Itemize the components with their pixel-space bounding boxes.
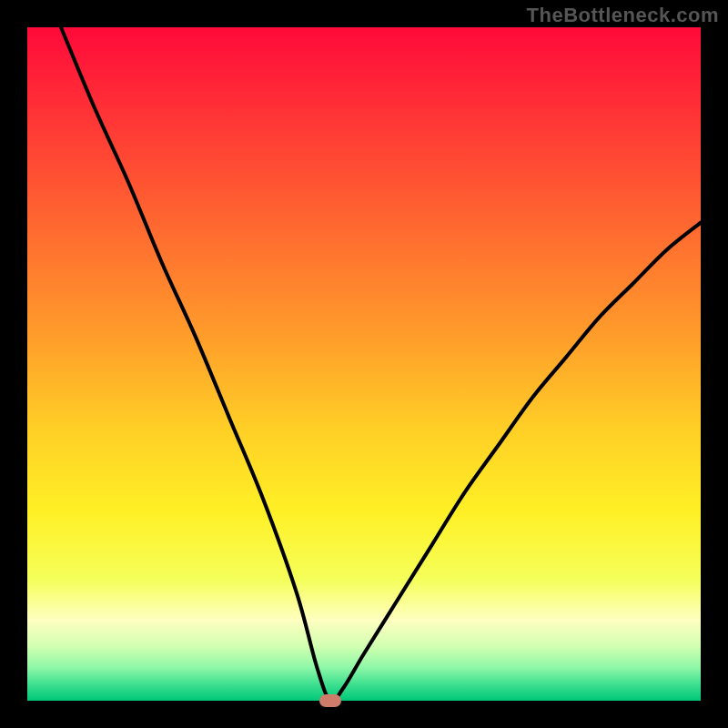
- bottleneck-curve: [27, 27, 701, 701]
- chart-frame: TheBottleneck.com: [0, 0, 728, 728]
- optimal-marker: [319, 694, 341, 707]
- plot-area: [27, 27, 701, 701]
- watermark-text: TheBottleneck.com: [527, 4, 719, 27]
